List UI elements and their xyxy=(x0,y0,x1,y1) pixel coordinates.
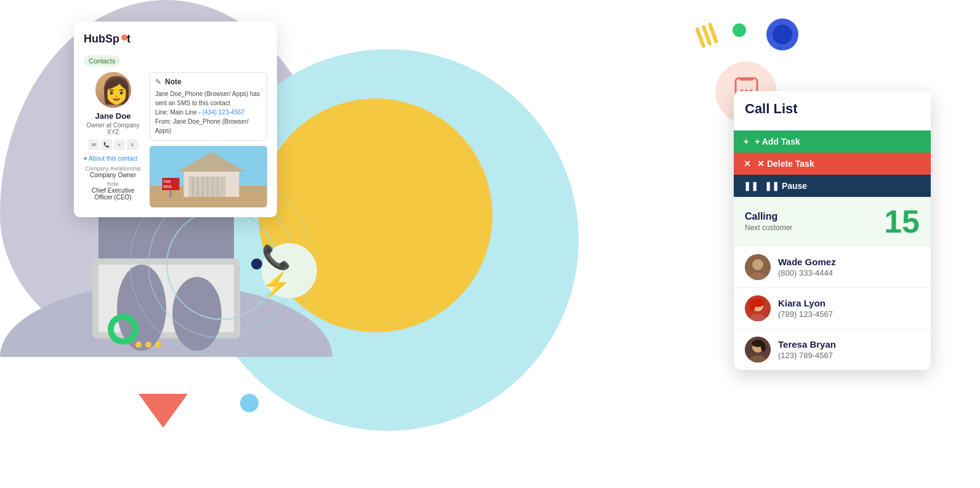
teresa-name: Teresa Bryan xyxy=(778,339,836,350)
next-customer-label: Next customer xyxy=(745,223,792,232)
contact-name: Jane Doe xyxy=(84,111,142,121)
kiara-avatar-svg xyxy=(745,295,771,321)
contacts-badge: Contacts xyxy=(84,55,120,66)
pause-icon: ❚❚ xyxy=(744,181,758,191)
teresa-phone: (123) 789-4567 xyxy=(778,351,836,360)
contact-title: Owner at Company XYZ xyxy=(84,122,142,135)
svg-text:HubSp: HubSp xyxy=(84,33,119,45)
svg-point-34 xyxy=(752,259,763,270)
pause-button[interactable]: ❚❚ ❚❚ Pause xyxy=(734,175,931,197)
delete-task-button[interactable]: ✕ ✕ Delete Task xyxy=(734,153,931,175)
kiara-name: Kiara Lyon xyxy=(778,298,833,308)
add-task-button[interactable]: + + Add Task xyxy=(734,130,931,153)
action-msg[interactable]: ✉ xyxy=(88,139,99,150)
deco-blue-small xyxy=(240,394,259,412)
calling-label: Calling xyxy=(745,211,792,222)
svg-rect-32 xyxy=(170,190,172,198)
svg-point-40 xyxy=(749,301,755,311)
svg-text:FOR: FOR xyxy=(164,180,171,183)
wade-name: Wade Gomez xyxy=(778,257,836,267)
deco-dot-2 xyxy=(145,342,151,348)
phone-link[interactable]: (434) 123-4567 xyxy=(203,109,244,116)
note-label: Note xyxy=(165,78,182,86)
avatar-teresa xyxy=(745,337,771,362)
hubspot-logo: HubSp t xyxy=(84,31,267,46)
about-section: ▾ About this contact Company Relationshi… xyxy=(84,155,142,201)
svg-text:t: t xyxy=(127,33,131,45)
deco-dark-dot xyxy=(251,258,262,270)
deco-green-dot xyxy=(733,23,746,37)
note-text: Jane Doe_Phone (Browser/ Apps) has sent … xyxy=(155,89,262,135)
crm-left-panel: Jane Doe Owner at Company XYZ ✉ 📞 + ≡ ▾ … xyxy=(84,72,142,207)
deco-dots xyxy=(135,342,161,348)
calling-info: Calling Next customer xyxy=(745,211,792,232)
deco-triangle xyxy=(139,394,188,428)
contact-actions: ✉ 📞 + ≡ xyxy=(84,139,142,150)
chevron-down-icon: ▾ xyxy=(84,155,87,162)
crm-body: Jane Doe Owner at Company XYZ ✉ 📞 + ≡ ▾ … xyxy=(84,72,267,207)
contact-item-wade[interactable]: Wade Gomez (800) 333-4444 xyxy=(734,246,931,287)
note-header: ✎ Note xyxy=(155,78,262,86)
wade-info: Wade Gomez (800) 333-4444 xyxy=(778,257,836,278)
svg-rect-22 xyxy=(189,177,226,197)
phone-lightning-icon: 📞⚡ xyxy=(262,244,317,298)
role-label: Role xyxy=(84,181,142,187)
kiara-info: Kiara Lyon (789) 123-4567 xyxy=(778,298,833,319)
add-icon: + xyxy=(744,137,749,146)
contact-list: Wade Gomez (800) 333-4444 Kiara Lyon (78… xyxy=(734,246,931,370)
avatar-wade xyxy=(745,254,771,280)
call-list-header: Call List xyxy=(734,91,931,130)
action-call[interactable]: 📞 xyxy=(101,139,112,150)
add-task-label: + Add Task xyxy=(755,137,800,146)
company-relationship-field: Company Relationship Company Owner xyxy=(84,166,142,178)
svg-point-45 xyxy=(761,343,766,351)
svg-text:SALE: SALE xyxy=(164,185,172,188)
call-list-title: Call List xyxy=(745,101,920,117)
company-rel-value: Company Owner xyxy=(84,172,142,178)
teresa-avatar-svg xyxy=(745,337,771,362)
company-rel-label: Company Relationship xyxy=(84,166,142,172)
role-value: Chief Executive Officer (CEO) xyxy=(84,187,142,201)
hubspot-card: HubSp t Contacts Jane Doe Owner at Compa… xyxy=(74,22,277,217)
note-section: ✎ Note Jane Doe_Phone (Browser/ Apps) ha… xyxy=(150,72,267,141)
kiara-phone: (789) 123-4567 xyxy=(778,310,833,319)
note-icon: ✎ xyxy=(155,78,161,86)
contact-item-kiara[interactable]: Kiara Lyon (789) 123-4567 xyxy=(734,287,931,329)
note-line2: Line: Main Line - (434) 123-4567 xyxy=(155,108,262,117)
calling-section: Calling Next customer 15 xyxy=(734,197,931,246)
calling-number: 15 xyxy=(884,206,920,238)
teresa-info: Teresa Bryan (123) 789-4567 xyxy=(778,339,836,360)
wade-phone: (800) 333-4444 xyxy=(778,268,836,278)
deco-blue-inner xyxy=(773,25,792,44)
about-title: ▾ About this contact xyxy=(84,155,142,162)
svg-rect-10 xyxy=(739,78,753,81)
contact-item-teresa[interactable]: Teresa Bryan (123) 789-4567 xyxy=(734,329,931,370)
delete-task-label: ✕ Delete Task xyxy=(757,159,814,169)
action-add[interactable]: + xyxy=(114,139,125,150)
note-line1: Jane Doe_Phone (Browser/ Apps) has sent … xyxy=(155,89,262,108)
deco-dot-3 xyxy=(155,342,161,348)
deco-blue-circle xyxy=(766,18,798,50)
action-more[interactable]: ≡ xyxy=(127,139,138,150)
wade-avatar-svg xyxy=(745,254,771,280)
contact-avatar xyxy=(95,72,131,108)
pause-label: ❚❚ Pause xyxy=(765,181,807,191)
deco-dot-1 xyxy=(135,342,142,348)
call-list-panel: Call List + + Add Task ✕ ✕ Delete Task ❚… xyxy=(734,91,931,370)
deco-yellow-lines xyxy=(695,22,718,48)
avatar-image xyxy=(95,72,131,108)
crm-right-panel: ✎ Note Jane Doe_Phone (Browser/ Apps) ha… xyxy=(150,72,267,207)
hubspot-logo-svg: HubSp t xyxy=(84,31,142,46)
delete-icon: ✕ xyxy=(744,159,751,169)
note-line3: From: Jane Doe_Phone (Browser/ Apps) xyxy=(155,117,262,135)
house-svg: FOR SALE xyxy=(150,146,267,207)
deco-green-ring xyxy=(108,314,139,345)
phone-icon-container: 📞⚡ xyxy=(262,243,317,298)
role-field: Role Chief Executive Officer (CEO) xyxy=(84,181,142,201)
property-image: FOR SALE xyxy=(150,146,267,207)
avatar-kiara xyxy=(745,295,771,321)
